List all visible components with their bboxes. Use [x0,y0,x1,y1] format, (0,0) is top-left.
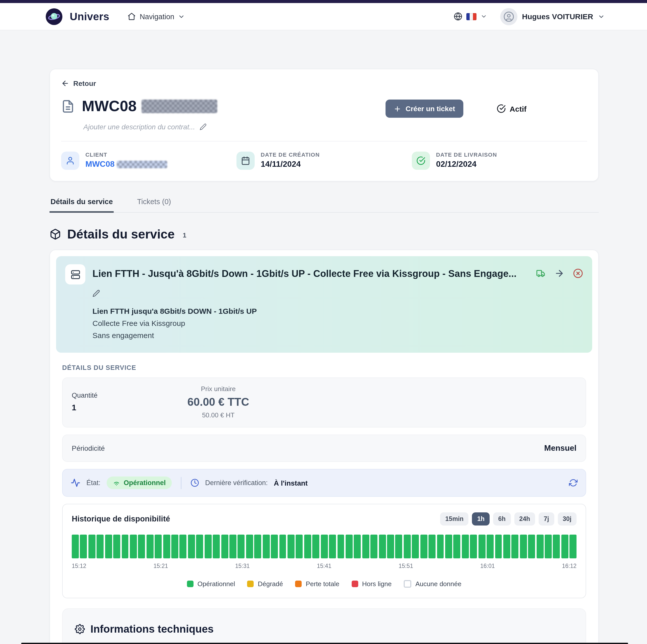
availability-bar[interactable] [346,534,353,558]
availability-bar[interactable] [122,534,129,558]
univers-logo-icon[interactable] [46,8,63,25]
availability-bar[interactable] [279,534,286,558]
availability-bar[interactable] [362,534,369,558]
description-placeholder-text: Ajouter une description du contrat... [83,123,195,131]
availability-bar[interactable] [379,534,386,558]
chevron-down-icon [598,13,605,20]
availability-bar[interactable] [536,534,544,558]
availability-bar[interactable] [561,534,568,558]
availability-bar[interactable] [545,534,552,558]
availability-bar[interactable] [428,534,436,558]
availability-bar[interactable] [304,534,311,558]
availability-bar[interactable] [147,534,154,558]
availability-bar[interactable] [387,534,394,558]
tab-service-details[interactable]: Détails du service [50,194,114,213]
availability-bar[interactable] [179,534,187,558]
availability-bar[interactable] [320,534,328,558]
calendar-icon [236,152,255,170]
availability-bar[interactable] [255,534,262,558]
range-button-6h[interactable]: 6h [493,512,511,525]
availability-bar[interactable] [296,534,303,558]
availability-bar[interactable] [188,534,195,558]
availability-bar[interactable] [495,534,502,558]
availability-bar[interactable] [205,534,212,558]
check-circle-icon [496,104,506,113]
pencil-icon[interactable] [200,123,207,130]
range-button-7j[interactable]: 7j [538,512,554,525]
refresh-icon[interactable] [569,479,578,487]
availability-bar[interactable] [512,534,519,558]
service-edit-pencil-icon[interactable] [92,290,100,297]
availability-bar[interactable] [196,534,203,558]
check-circle-green-icon [412,152,430,170]
availability-bar[interactable] [478,534,485,558]
availability-bar[interactable] [553,534,560,558]
client-link[interactable]: MWC08 [85,160,167,169]
service-desc-line3: Sans engagement [92,330,583,342]
availability-bar[interactable] [420,534,427,558]
cancel-circle-icon[interactable] [573,268,583,278]
availability-bar[interactable] [163,534,170,558]
legend-label: Dégradé [258,580,283,588]
availability-bar[interactable] [213,534,220,558]
navigation-label: Navigation [140,12,174,20]
range-button-30j[interactable]: 30j [558,512,577,525]
availability-bar[interactable] [221,534,228,558]
tab-tickets[interactable]: Tickets (0) [136,194,172,212]
user-menu[interactable]: Hugues VOITURIER [500,8,605,25]
create-ticket-button[interactable]: Créer un ticket [385,99,463,118]
time-range-buttons: 15min1h6h24h7j30j [440,512,577,525]
home-icon [128,12,136,21]
availability-bar[interactable] [487,534,494,558]
availability-bar[interactable] [396,534,403,558]
delivery-truck-icon[interactable] [535,268,546,278]
availability-bar[interactable] [80,534,87,558]
availability-bar[interactable] [453,534,460,558]
contract-document-icon [61,99,75,113]
availability-bar[interactable] [97,534,104,558]
state-label: État: [86,479,100,487]
availability-bar[interactable] [138,534,145,558]
availability-bar[interactable] [412,534,419,558]
availability-bar[interactable] [88,534,95,558]
availability-bar[interactable] [72,534,79,558]
availability-bar[interactable] [229,534,236,558]
availability-bar[interactable] [238,534,245,558]
range-button-1h[interactable]: 1h [472,512,490,525]
navigation-menu[interactable]: Navigation [128,12,185,21]
range-button-15min[interactable]: 15min [440,512,469,525]
availability-bar[interactable] [445,534,452,558]
availability-bar[interactable] [263,534,270,558]
availability-bar[interactable] [354,534,361,558]
availability-bar[interactable] [520,534,527,558]
language-selector[interactable] [454,12,487,21]
availability-bar[interactable] [462,534,469,558]
periodicity-label: Périodicité [72,444,105,452]
range-button-24h[interactable]: 24h [514,512,535,525]
wifi-icon [113,479,120,487]
availability-bar[interactable] [171,534,178,558]
availability-bar[interactable] [105,534,112,558]
availability-bar[interactable] [470,534,477,558]
availability-bar[interactable] [246,534,253,558]
availability-bar[interactable] [271,534,278,558]
availability-bar[interactable] [570,534,577,558]
contract-description-placeholder[interactable]: Ajouter une description du contrat... [83,123,587,131]
client-user-icon [61,152,79,170]
back-button[interactable]: Retour [61,79,96,87]
bottom-edge-line [21,643,628,644]
availability-bar[interactable] [155,534,162,558]
availability-bar[interactable] [312,534,319,558]
price-ttc: 60.00 € TTC [142,396,294,409]
availability-bar[interactable] [130,534,137,558]
availability-bar[interactable] [503,534,510,558]
arrow-right-icon[interactable] [554,268,564,278]
availability-bar[interactable] [287,534,295,558]
availability-bar[interactable] [437,534,444,558]
availability-bar[interactable] [113,534,120,558]
availability-bar[interactable] [329,534,336,558]
availability-bar[interactable] [528,534,535,558]
availability-bar[interactable] [370,534,377,558]
availability-bar[interactable] [337,534,344,558]
availability-bar[interactable] [404,534,411,558]
